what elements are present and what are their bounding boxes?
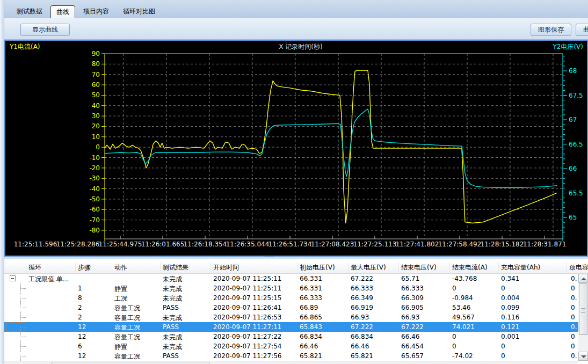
column-header[interactable]: 开始时间 (213, 263, 239, 272)
table-cell: 6 (78, 343, 82, 350)
y1-tick-label: 70 (92, 71, 100, 78)
table-cell: 66.834 (351, 333, 373, 340)
table-cell: 容量工况 (114, 314, 140, 323)
x-tick-label: 11:26:01.665 (141, 241, 185, 248)
table-cell: 66.333 (351, 285, 373, 292)
table-cell: 2020-09-07 11:27:56 (213, 352, 281, 360)
table-cell: 0.341 (501, 275, 519, 282)
table-cell: 65.821 (351, 352, 373, 360)
table-cell: 2 (78, 304, 82, 311)
tree-connector-line (20, 337, 21, 341)
table-cell: 0.001 (501, 333, 519, 340)
table-cell: 未完成 (163, 294, 182, 303)
column-header[interactable]: 结束电压(V) (401, 263, 437, 272)
y2-tick-label: 67.5 (569, 92, 583, 99)
curve-compare-button[interactable]: 曲线对比 (576, 24, 588, 36)
curve-chart[interactable]: 9080706050403020100-10-20-30-40-50-60-70… (4, 40, 588, 257)
x-tick-label: 11:25:28.286 (56, 241, 100, 248)
tree-connector-line (20, 288, 21, 293)
scrollbar-thumb[interactable] (579, 283, 587, 335)
scrollbar-grip-icon (581, 308, 585, 313)
tab-curve[interactable]: 曲线 (50, 5, 75, 19)
table-cell: 66.349 (351, 294, 373, 302)
tab-cycle-compare[interactable]: 循环对比图 (117, 5, 161, 18)
focus-rect (6, 322, 25, 332)
table-row[interactable]: 8工况未完成2020-09-07 11:25:1566.33366.34966.… (4, 293, 578, 303)
column-header[interactable]: 充电容量(Ah) (501, 263, 540, 272)
table-cell: 67.222 (351, 323, 373, 331)
column-separator (210, 263, 211, 272)
table-cell: 2020-09-07 11:27:22 (213, 333, 281, 340)
scroll-down-button[interactable] (578, 352, 588, 361)
save-graph-button[interactable]: 图形保存 (531, 24, 571, 36)
column-header[interactable]: 循环 (28, 263, 41, 272)
table-cell: 49.567 (452, 314, 475, 321)
table-row[interactable]: 12容量工况PASS2020-09-07 11:27:1165.84367.22… (4, 322, 578, 332)
y2-tick-label: 65 (569, 214, 577, 221)
table-row[interactable]: 12容量工况PASS2020-09-07 11:27:5665.82165.82… (4, 351, 578, 361)
table-cell: 2020-09-07 11:27:11 (213, 323, 281, 331)
column-separator (112, 263, 112, 272)
x-tick-label: 11:25:44.975 (99, 241, 142, 248)
column-header[interactable]: 放电容量(Ah) (569, 263, 588, 272)
table-cell: 2020-09-07 11:25:11 (213, 285, 281, 292)
table-cell: 0 (452, 285, 456, 292)
table-cell: 1 (78, 285, 82, 292)
horizontal-scrollbar[interactable] (4, 361, 578, 364)
table-cell: PASS (163, 304, 179, 311)
table-cell: 容量工况 (114, 304, 140, 313)
table-cell: 66.905 (401, 304, 424, 311)
column-header[interactable]: 结束电流(A) (452, 263, 488, 272)
table-row[interactable]: 1静置未完成2020-09-07 11:25:1166.33166.33366.… (4, 283, 578, 293)
vertical-scrollbar[interactable] (578, 274, 588, 361)
table-row[interactable]: 工况限值 单...未完成2020-09-07 11:25:1166.33167.… (4, 274, 578, 283)
table-row[interactable]: 6静置未完成2020-09-07 11:27:5466.4666.4666.45… (4, 341, 578, 351)
table-cell: 67.222 (351, 275, 373, 282)
background-window-edge (0, 0, 4, 364)
table-cell: 容量工况 (114, 333, 140, 342)
table-cell: 66.46 (401, 333, 419, 340)
tree-collapse-icon[interactable] (10, 275, 16, 281)
y2-tick-label: 67 (569, 116, 577, 123)
column-separator (567, 263, 567, 272)
y1-tick-label: 20 (92, 122, 100, 130)
table-cell: 0 (571, 314, 575, 321)
y1-tick-label: 50 (92, 91, 100, 99)
table-cell: -43.768 (452, 275, 477, 282)
column-header[interactable]: 动作 (114, 263, 127, 272)
column-header[interactable]: 最大电压(V) (351, 263, 386, 272)
tab-test-data[interactable]: 测试数据 (11, 5, 48, 18)
table-row[interactable]: 2容量工况PASS2020-09-07 11:26:4166.8966.9196… (4, 303, 578, 312)
table-cell: 12 (78, 333, 86, 340)
column-separator (297, 263, 297, 272)
table-cell: 0.004 (501, 294, 519, 302)
table-cell: 12 (78, 323, 86, 331)
column-header[interactable]: 步骤 (78, 263, 91, 272)
table-cell: 66.454 (401, 343, 424, 350)
horizontal-scrollbar-thumb[interactable] (51, 362, 209, 364)
x-tick-label: 11:27:41.802 (396, 241, 439, 248)
table-cell: 0 (571, 285, 575, 292)
table-cell: -0.984 (452, 294, 473, 302)
table-header: 循环步骤动作测试结果开始时间初始电压(V)最大电压(V)结束电压(V)结束电流(… (4, 261, 588, 274)
table-cell: 0 (452, 333, 456, 340)
table-cell: 66.331 (300, 275, 322, 282)
x-tick-label: 11:26:51.734 (268, 241, 312, 248)
x-tick-label: 11:27:08.423 (311, 241, 354, 248)
curve-chart-panel[interactable]: 9080706050403020100-10-20-30-40-50-60-70… (4, 40, 588, 257)
table-cell: 0.121 (501, 323, 519, 331)
tab-project-content[interactable]: 项目内容 (77, 5, 115, 18)
table-cell: 0.099 (501, 304, 519, 311)
table-cell: PASS (163, 323, 179, 331)
show-curve-button[interactable]: 显示曲线 (20, 24, 70, 36)
scroll-up-button[interactable] (578, 274, 588, 283)
column-header[interactable]: 测试结果 (163, 263, 188, 272)
column-header[interactable]: 初始电压(V) (300, 263, 335, 272)
table-row[interactable]: 12容量工况未完成2020-09-07 11:27:2266.83466.834… (4, 332, 578, 341)
table-cell: 66.46 (351, 343, 369, 350)
table-cell: 66.919 (351, 304, 373, 311)
y1-tick-label: 40 (92, 102, 100, 110)
table-row[interactable]: 2容量工况未完成2020-09-07 11:26:5366.86566.9366… (4, 312, 578, 322)
tree-connector-line (20, 298, 21, 303)
table-cell: 容量工况 (114, 352, 140, 361)
